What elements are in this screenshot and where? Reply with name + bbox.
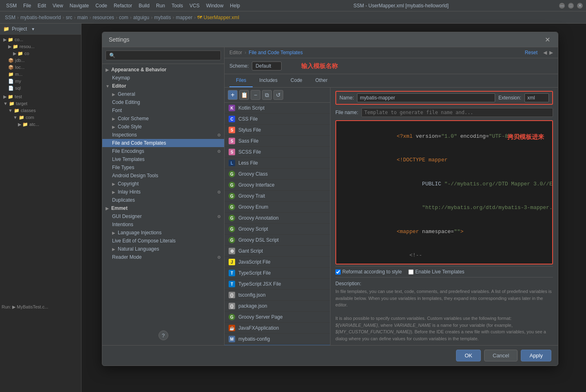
live-templates-checkbox-input[interactable] — [408, 269, 414, 275]
template-label: Stylus File — [238, 127, 261, 133]
tab-includes[interactable]: Includes — [253, 74, 284, 87]
template-label: SCSS File — [238, 149, 261, 155]
chevron-down-icon[interactable]: ▼ — [31, 27, 35, 31]
template-item-groovy-interface[interactable]: G Groovy Interface — [225, 180, 330, 191]
filename-input[interactable] — [361, 108, 553, 117]
tree-item-intentions[interactable]: Intentions — [102, 220, 224, 229]
tree-item-android-design[interactable]: Android Design Tools — [102, 172, 224, 180]
revert-template-button[interactable]: ↺ — [273, 90, 283, 100]
template-item-less-file[interactable]: L Less File — [225, 158, 330, 169]
menu-run[interactable]: Run — [153, 2, 168, 9]
nav-back-button[interactable]: ◀ — [543, 50, 547, 55]
tree-item-gui-designer[interactable]: GUI Designer ⚙ — [102, 212, 224, 220]
menu-build[interactable]: Build — [136, 2, 152, 9]
tree-item-keymap[interactable]: Keymap — [102, 74, 224, 82]
template-item-stylus-file[interactable]: S Stylus File — [225, 125, 330, 136]
menu-navigate[interactable]: Navigate — [67, 2, 92, 9]
template-item-groovy-trait[interactable]: G Groovy Trait — [225, 191, 330, 202]
template-item-groovy-server[interactable]: G Groovy Server Page — [225, 312, 330, 323]
tree-item-file-types[interactable]: File Types — [102, 163, 224, 172]
menu-vcs[interactable]: VCS — [187, 2, 203, 9]
remove-template-button[interactable]: − — [251, 90, 260, 100]
nav-forward-button[interactable]: ▶ — [549, 50, 553, 55]
template-item-groovy-annotation[interactable]: G Groovy Annotation — [225, 213, 330, 224]
tree-item-appearance[interactable]: ▶ Appearance & Behavior — [102, 66, 224, 74]
tab-files[interactable]: Files — [229, 74, 253, 87]
tab-code[interactable]: Code — [284, 74, 309, 87]
tree-item-reader-mode[interactable]: Reader Mode ⚙ — [102, 253, 224, 261]
copy-template-button[interactable]: 📋 — [239, 90, 249, 100]
menu-refactor[interactable]: Refactor — [111, 2, 135, 9]
template-item-groovy-dsl[interactable]: G Groovy DSL Script — [225, 235, 330, 246]
live-templates-checkbox[interactable]: Enable Live Templates — [408, 269, 465, 275]
tab-other[interactable]: Other — [309, 74, 334, 87]
maximize-button[interactable]: □ — [568, 3, 574, 9]
tree-item-live-templates[interactable]: Live Templates — [102, 155, 224, 163]
tree-item-copyright[interactable]: ▶ Copyright — [102, 180, 224, 188]
template-item-typescript-jsx[interactable]: T TypeScript JSX File — [225, 279, 330, 290]
add-template-button[interactable]: + — [228, 90, 238, 100]
template-item-groovy-enum[interactable]: G Groovy Enum — [225, 202, 330, 213]
duplicate-template-button[interactable]: ⧉ — [262, 90, 272, 100]
menu-view[interactable]: View — [50, 2, 66, 9]
tree-item-code-editing[interactable]: Code Editing — [102, 98, 224, 106]
menu-bar[interactable]: SSM File Edit View Navigate Code Refacto… — [3, 2, 243, 9]
minimize-button[interactable]: — — [559, 3, 565, 9]
ok-button[interactable]: OK — [456, 350, 481, 361]
reset-button[interactable]: Reset — [525, 50, 538, 55]
close-button[interactable]: ✕ — [577, 3, 583, 9]
template-item-typescript-file[interactable]: T TypeScript File — [225, 268, 330, 279]
tree-item-general[interactable]: ▶ General — [102, 90, 224, 98]
menu-ssm[interactable]: SSM — [3, 2, 20, 9]
name-extension-row: Name: Extension: — [335, 91, 553, 105]
tree-item-font[interactable]: Font — [102, 106, 224, 115]
template-item-package-json[interactable]: {} package.json — [225, 301, 330, 312]
template-item-javascript-file[interactable]: J JavaScript File — [225, 257, 330, 268]
help-button[interactable]: ? — [159, 330, 168, 340]
menu-window[interactable]: Window — [203, 2, 227, 9]
name-input[interactable] — [357, 93, 495, 102]
template-item-css-file[interactable]: C CSS File — [225, 114, 330, 125]
breadcrumb-bar: SSM › mybatis-helloworld › src › main › … — [0, 11, 586, 24]
tree-item-color-scheme[interactable]: ▶ Color Scheme — [102, 115, 224, 123]
tree-item-inlay-hints[interactable]: ▶ Inlay Hints ⚙ — [102, 188, 224, 196]
tree-item-file-encodings[interactable]: File Encodings ⚙ — [102, 147, 224, 155]
reformat-checkbox-input[interactable] — [335, 269, 341, 275]
template-item-kotlin-script[interactable]: K Kotlin Script — [225, 103, 330, 114]
tree-item-language-injections[interactable]: ▶ Language Injections — [102, 229, 224, 237]
template-item-gant-script[interactable]: ⚙ Gant Script — [225, 246, 330, 257]
groovy-dsl-icon: G — [229, 237, 235, 243]
extension-input[interactable] — [524, 93, 549, 102]
menu-edit[interactable]: Edit — [35, 2, 49, 9]
tree-item-emmet[interactable]: ▶ Emmet — [102, 204, 224, 212]
dialog-close-button[interactable]: ✕ — [543, 35, 551, 44]
template-item-scss-file[interactable]: S SCSS File — [225, 147, 330, 158]
tsconfig-icon: {} — [229, 292, 235, 298]
template-item-tsconfig[interactable]: {} tsconfig.json — [225, 290, 330, 301]
tree-item-live-edit[interactable]: Live Edit of Compose Literals — [102, 237, 224, 245]
template-item-mybatis-config[interactable]: M mybatis-config — [225, 334, 330, 345]
tree-item-editor[interactable]: ▼ Editor — [102, 82, 224, 90]
menu-help[interactable]: Help — [227, 2, 243, 9]
reformat-label: Reformat according to style — [342, 269, 402, 275]
scheme-select[interactable]: Default — [252, 62, 282, 70]
template-item-groovy-class[interactable]: G Groovy Class — [225, 169, 330, 180]
tree-item-inspections[interactable]: Inspections ⚙ — [102, 131, 224, 139]
reformat-checkbox[interactable]: Reformat according to style — [335, 269, 402, 275]
menu-tools[interactable]: Tools — [169, 2, 186, 9]
template-item-groovy-script[interactable]: G Groovy Script — [225, 224, 330, 235]
cancel-button[interactable]: Cancel — [484, 350, 518, 361]
code-editor[interactable]: 拷贝模板进来 <?xml version="1.0" encoding="UTF… — [335, 120, 553, 264]
window-controls[interactable]: — □ ✕ — [559, 3, 583, 9]
template-item-javafx[interactable]: ☕ JavaFXApplication — [225, 323, 330, 334]
template-label: Groovy DSL Script — [238, 237, 279, 243]
menu-code[interactable]: Code — [93, 2, 110, 9]
template-item-sass-file[interactable]: S Sass File — [225, 136, 330, 147]
menu-file[interactable]: File — [20, 2, 34, 9]
tree-item-file-code-templates[interactable]: File and Code Templates — [102, 139, 224, 147]
tree-item-natural-languages[interactable]: ▶ Natural Languages — [102, 245, 224, 253]
tree-item-code-style[interactable]: ▶ Code Style — [102, 123, 224, 131]
tree-item-duplicates[interactable]: Duplicates — [102, 196, 224, 204]
settings-search-input[interactable] — [106, 51, 221, 60]
apply-button[interactable]: Apply — [521, 350, 551, 361]
